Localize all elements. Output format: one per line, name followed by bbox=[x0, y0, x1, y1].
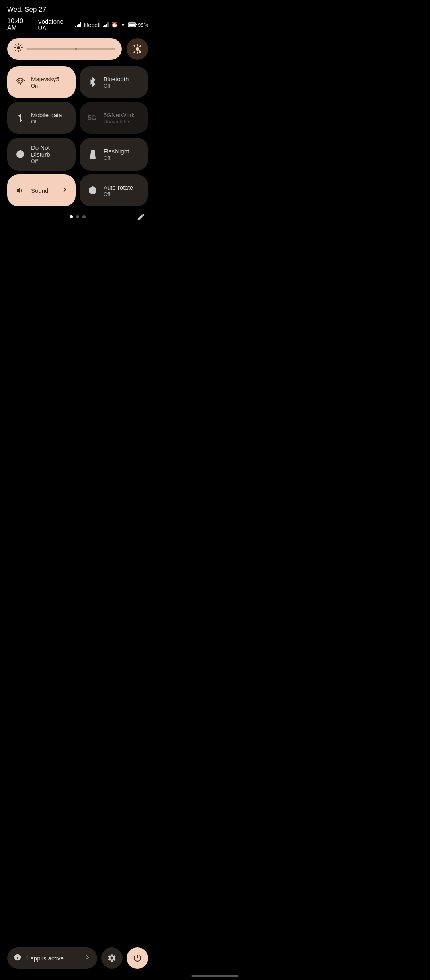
tile-wifi[interactable]: Majevsky5 On bbox=[7, 66, 76, 98]
tile-sound[interactable]: Sound bbox=[7, 174, 76, 206]
tile-5g[interactable]: 5G 5GNetWork Unavailable bbox=[80, 102, 148, 134]
pagination bbox=[0, 209, 155, 221]
pagination-dot-2[interactable] bbox=[76, 215, 79, 218]
tile-auto-rotate-text: Auto-rotate Off bbox=[104, 184, 133, 197]
tile-flashlight-label: Flashlight bbox=[104, 148, 129, 155]
pagination-dot-1[interactable] bbox=[70, 215, 73, 218]
tile-mobile-data-text: Mobile data Off bbox=[31, 112, 62, 125]
dnd-icon bbox=[14, 148, 26, 160]
tile-dnd-sublabel: Off bbox=[31, 158, 68, 164]
tile-auto-rotate[interactable]: Auto-rotate Off bbox=[80, 174, 148, 206]
tile-mobile-data-sublabel: Off bbox=[31, 119, 62, 125]
tile-sound-arrow bbox=[61, 186, 68, 195]
date-display: Wed, Sep 27 bbox=[7, 6, 148, 14]
battery-icon: 98% bbox=[128, 22, 148, 28]
brightness-track[interactable] bbox=[26, 48, 115, 50]
tile-auto-rotate-sublabel: Off bbox=[104, 191, 133, 197]
tile-5g-text: 5GNetWork Unavailable bbox=[104, 112, 135, 125]
tiles-grid: Majevsky5 On Bluetooth Off Mobile data O… bbox=[0, 64, 155, 209]
status-bar: Wed, Sep 27 10:40 AM Vodafone UA lifecel… bbox=[0, 0, 155, 34]
signal-icon-2 bbox=[103, 22, 109, 27]
tile-bluetooth-sublabel: Off bbox=[104, 83, 129, 89]
wifi-status-icon: ▼ bbox=[120, 22, 126, 28]
tile-mobile-data-label: Mobile data bbox=[31, 112, 62, 118]
svg-line-9 bbox=[21, 50, 22, 51]
tile-bluetooth-text: Bluetooth Off bbox=[104, 76, 129, 89]
svg-point-3 bbox=[17, 46, 20, 49]
tile-sound-text: Sound bbox=[31, 187, 48, 194]
brightness-thumb bbox=[75, 48, 77, 50]
tile-bluetooth-label: Bluetooth bbox=[104, 76, 129, 82]
brightness-sun-icon bbox=[14, 43, 23, 55]
svg-rect-26 bbox=[91, 150, 94, 153]
auto-label: A bbox=[138, 49, 141, 54]
mobile-data-icon bbox=[14, 112, 26, 124]
tile-dnd-label: Do Not Disturb bbox=[31, 144, 68, 158]
svg-line-11 bbox=[15, 50, 16, 51]
svg-rect-1 bbox=[129, 24, 135, 26]
tile-wifi-sublabel: On bbox=[31, 83, 59, 89]
tile-5g-sublabel: Unavailable bbox=[104, 119, 135, 125]
time-display: 10:40 AM bbox=[7, 18, 34, 32]
carrier2-label: lifecell bbox=[84, 22, 100, 28]
svg-line-10 bbox=[21, 45, 22, 45]
battery-percent: 98% bbox=[138, 22, 148, 28]
svg-line-17 bbox=[134, 46, 135, 47]
status-row: 10:40 AM Vodafone UA lifecell ⏰ ▼ 98 bbox=[7, 18, 148, 32]
tile-flashlight-sublabel: Off bbox=[104, 155, 129, 161]
wifi-icon bbox=[14, 76, 26, 88]
bluetooth-icon bbox=[87, 76, 99, 88]
tile-sound-label: Sound bbox=[31, 187, 48, 194]
tile-auto-rotate-label: Auto-rotate bbox=[104, 184, 133, 191]
flashlight-icon bbox=[87, 148, 99, 160]
sound-icon bbox=[14, 184, 26, 196]
svg-line-8 bbox=[15, 45, 16, 45]
tile-dnd-text: Do Not Disturb Off bbox=[31, 144, 68, 164]
svg-line-19 bbox=[140, 46, 141, 47]
auto-rotate-icon bbox=[87, 184, 99, 196]
svg-point-22 bbox=[20, 84, 21, 84]
tile-5g-label-text: 5GNetWork bbox=[104, 112, 135, 118]
carrier1-label: Vodafone UA bbox=[38, 18, 73, 31]
tile-mobile-data[interactable]: Mobile data Off bbox=[7, 102, 76, 134]
brightness-slider[interactable] bbox=[7, 38, 122, 60]
5g-text-label: 5G bbox=[88, 114, 96, 122]
brightness-row: A A bbox=[0, 34, 155, 64]
tile-flashlight[interactable]: Flashlight Off bbox=[80, 138, 148, 171]
tile-flashlight-text: Flashlight Off bbox=[104, 148, 129, 161]
tile-wifi-label: Majevsky5 bbox=[31, 76, 59, 82]
alarm-icon: ⏰ bbox=[111, 22, 118, 28]
svg-line-20 bbox=[134, 51, 135, 52]
auto-brightness-button[interactable]: A A bbox=[127, 38, 148, 60]
svg-rect-2 bbox=[136, 24, 137, 25]
tile-wifi-text: Majevsky5 On bbox=[31, 76, 59, 89]
signal-icon-1 bbox=[75, 22, 81, 27]
edit-tiles-button[interactable] bbox=[134, 210, 148, 224]
tile-bluetooth[interactable]: Bluetooth Off bbox=[80, 66, 148, 98]
5g-icon: 5G bbox=[87, 112, 99, 124]
pagination-dot-3[interactable] bbox=[82, 215, 86, 218]
tile-dnd[interactable]: Do Not Disturb Off bbox=[7, 138, 76, 171]
